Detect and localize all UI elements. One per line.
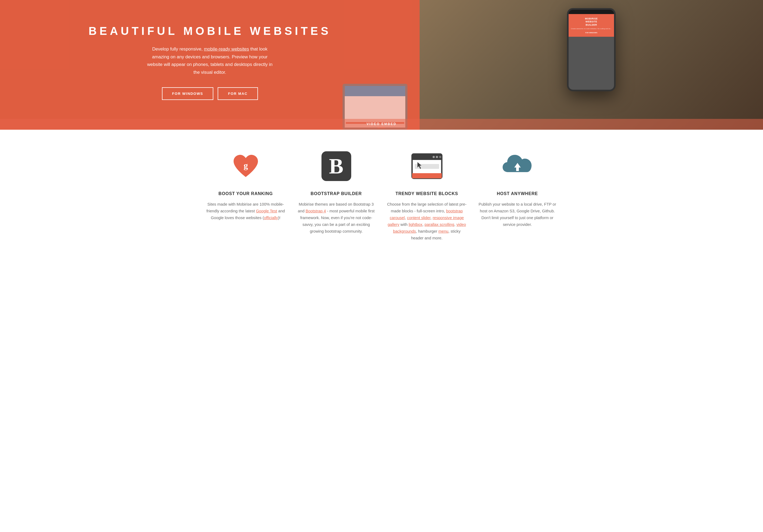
features-grid: g BOOST YOUR RANKING Sites made with Mob… — [206, 148, 557, 241]
heart-icon-container: g — [228, 148, 263, 184]
boost-ranking-title: BOOST YOUR RANKING — [218, 191, 273, 196]
hero-buttons: FOR WINDOWS FOR MAC — [162, 87, 258, 100]
officially-link[interactable]: officially — [264, 216, 278, 220]
browser-window-icon — [411, 153, 443, 180]
video-section-label: VIDEO EMBED — [0, 122, 763, 126]
windows-button[interactable]: FOR WINDOWS — [162, 87, 214, 100]
svg-point-6 — [439, 156, 441, 158]
host-anywhere-desc: Publish your website to a local drive, F… — [478, 201, 557, 228]
hero-image-area: MOBIRISEWEBSITEBUILDER Create awesome no… — [420, 0, 763, 130]
svg-rect-3 — [412, 158, 442, 160]
bootstrap-desc: Mobirise themes are based on Bootstrap 3… — [296, 201, 376, 235]
menu-link[interactable]: menu — [438, 229, 448, 233]
phone-screen: MOBIRISEWEBSITEBUILDER Create awesome no… — [569, 14, 614, 90]
boost-ranking-desc: Sites made with Mobirise are 100% mobile… — [206, 201, 285, 221]
svg-rect-10 — [412, 173, 442, 178]
browser-icon-container — [409, 148, 445, 184]
hero-description: Develop fully responsive, mobile-ready w… — [145, 45, 275, 76]
trendy-blocks-title: TRENDY WEBSITE BLOCKS — [395, 191, 458, 196]
bootstrap-icon-container: B — [319, 148, 354, 184]
parallax-link[interactable]: parallax scrolling — [424, 222, 454, 227]
bootstrap-title: BOOTSTRAP BUILDER — [311, 191, 362, 196]
google-test-link[interactable]: Google Test — [256, 209, 277, 213]
phone-screen-sub: Create awesome no-code websites. No codi… — [571, 28, 612, 30]
feature-trendy-blocks: TRENDY WEBSITE BLOCKS Choose from the la… — [387, 148, 467, 241]
bootstrap-b-letter: B — [329, 154, 343, 179]
phone-btn: FOR WINDOWS — [583, 31, 600, 34]
hero-section: BEAUTIFUL MOBILE WEBSITES Develop fully … — [0, 0, 763, 130]
hero-left: BEAUTIFUL MOBILE WEBSITES Develop fully … — [0, 0, 420, 130]
lightbox-link[interactable]: lightbox — [408, 222, 422, 227]
feature-bootstrap: B BOOTSTRAP BUILDER Mobirise themes are … — [296, 148, 376, 241]
hero-content: BEAUTIFUL MOBILE WEBSITES Develop fully … — [0, 0, 763, 130]
features-section: g BOOST YOUR RANKING Sites made with Mob… — [0, 130, 763, 258]
svg-text:g: g — [244, 160, 248, 170]
phone-screen-title: MOBIRISEWEBSITEBUILDER — [585, 17, 598, 27]
svg-point-5 — [436, 156, 438, 158]
cloud-icon-container — [500, 148, 535, 184]
content-slider-link[interactable]: content slider — [407, 216, 430, 220]
video-section-bar — [378, 128, 385, 128]
cloud-upload-icon — [501, 153, 534, 180]
trendy-blocks-desc: Choose from the large selection of lates… — [387, 201, 467, 241]
feature-boost-ranking: g BOOST YOUR RANKING Sites made with Mob… — [206, 148, 285, 241]
mac-button[interactable]: FOR MAC — [218, 87, 258, 100]
feature-host-anywhere: HOST ANYWHERE Publish your website to a … — [478, 148, 557, 241]
bootstrap4-link[interactable]: Bootstrap 4 — [305, 209, 326, 213]
host-anywhere-title: HOST ANYWHERE — [497, 191, 538, 196]
heart-google-icon: g — [231, 153, 261, 180]
phone-mockup: MOBIRISEWEBSITEBUILDER Create awesome no… — [567, 8, 616, 91]
bootstrap-icon: B — [321, 151, 351, 181]
video-section-peek: VIDEO EMBED — [0, 119, 763, 130]
hero-title: BEAUTIFUL MOBILE WEBSITES — [89, 24, 331, 38]
svg-point-4 — [433, 156, 435, 158]
hero-right: MOBIRISEWEBSITEBUILDER Create awesome no… — [420, 0, 763, 130]
mobile-ready-link[interactable]: mobile-ready websites — [204, 46, 249, 51]
